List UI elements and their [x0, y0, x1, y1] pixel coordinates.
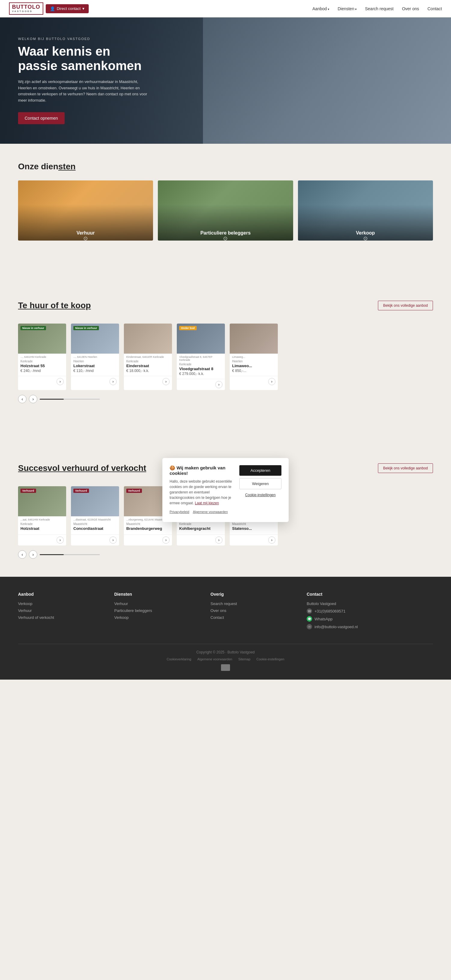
accept-cookies-button[interactable]: Accepteren [239, 465, 281, 476]
cookie-top: 🍪 Wij maken gebruik van cookies! Hallo, … [170, 465, 281, 515]
cookie-links: Privacybeleid Algemene voorwaarden [170, 510, 235, 514]
cookie-description: Hallo, deze website gebruikt essentiële … [170, 479, 235, 506]
cookie-overlay: 🍪 Wij maken gebruik van cookies! Hallo, … [0, 0, 451, 679]
cookie-modal: 🍪 Wij maken gebruik van cookies! Hallo, … [162, 458, 289, 522]
decline-cookies-button[interactable]: Weigeren [239, 478, 281, 489]
cookie-settings-button[interactable]: Cookie-instellingen [239, 492, 281, 498]
voorwaarden-link[interactable]: Algemene voorwaarden [193, 510, 228, 514]
cookie-buttons: Accepteren Weigeren Cookie-instellingen [239, 465, 281, 515]
privacy-link[interactable]: Privacybeleid [170, 510, 189, 514]
cookie-title: 🍪 Wij maken gebruik van cookies! [170, 465, 235, 476]
cookie-left: 🍪 Wij maken gebruik van cookies! Hallo, … [170, 465, 235, 515]
cookie-laat-link[interactable]: Laat mij kiezen [195, 501, 219, 505]
